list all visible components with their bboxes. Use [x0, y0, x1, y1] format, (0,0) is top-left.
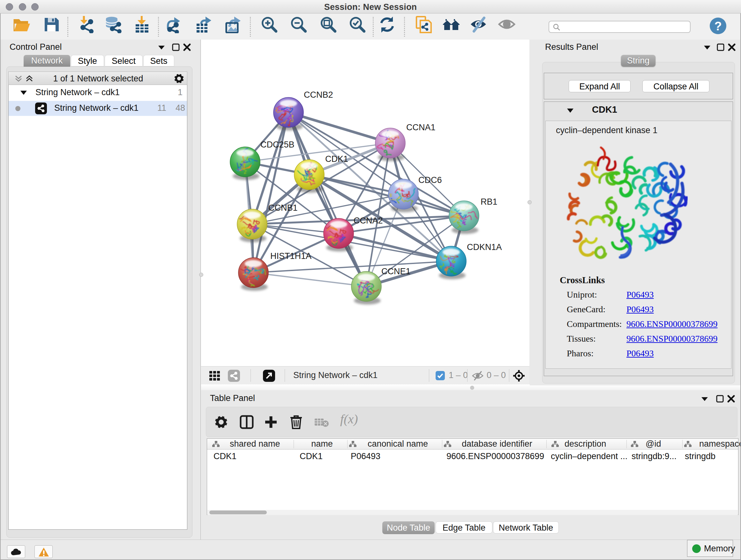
svg-text:CCNB2: CCNB2: [304, 90, 333, 100]
svg-text:HIST1H1A: HIST1H1A: [270, 251, 312, 261]
svg-text:CCNE1: CCNE1: [381, 266, 411, 276]
svg-text:CCNA2: CCNA2: [354, 216, 383, 226]
svg-text:RB1: RB1: [481, 197, 497, 206]
svg-text:CCNB1: CCNB1: [268, 203, 298, 212]
svg-text:CDK1: CDK1: [325, 154, 348, 164]
svg-text:?: ?: [714, 19, 722, 33]
svg-text:CDC6: CDC6: [418, 175, 442, 185]
svg-text:CDKN1A: CDKN1A: [467, 242, 502, 252]
svg-text:CDC25B: CDC25B: [260, 140, 294, 149]
svg-text:CCNA1: CCNA1: [406, 123, 435, 132]
